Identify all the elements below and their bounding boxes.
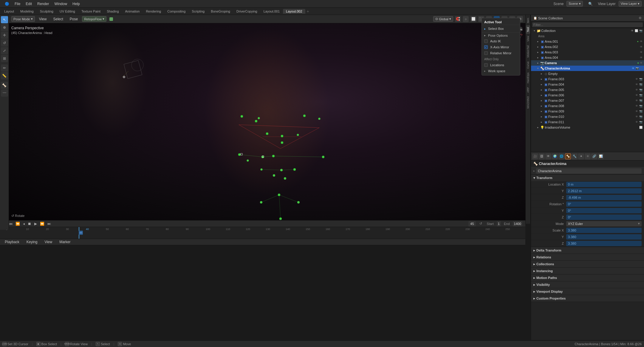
rotate-tool-button[interactable]: ↺ [1,39,8,47]
tab-rendering[interactable]: Rendering [143,9,164,14]
retopoflow-btn[interactable]: RetopoFlow ▾ [82,16,106,22]
viewport-display-header[interactable]: ▸ Viewport Display [531,288,644,295]
tree-item-characteranima[interactable]: ▾ 🦴 CharacterAnima 👁 📷 ⬡ [531,66,644,71]
side-tab-tool[interactable]: Tool [526,25,530,34]
proportional-toggle[interactable]: ○ [463,16,469,22]
tab-animation[interactable]: Animation [122,9,143,14]
f004-cam[interactable]: 📷 [639,83,643,86]
tree-item-frame008[interactable]: ▸ ▣ Frame.008 👁 📷 [531,103,644,109]
tree-item-frame011[interactable]: ▸ ▣ Frame.011 👁 📷 [531,119,644,125]
select-box-row[interactable]: ▸ Select Box [482,26,520,32]
collections-header[interactable]: ▸ Collections [531,261,644,267]
tree-item-empty[interactable]: ▸ ◇ Empty [531,71,644,76]
tree-item-frame005[interactable]: ▸ ▣ Frame.005 👁 📷 [531,87,644,92]
pose-options-row[interactable]: ▸ Pose Options [482,32,520,38]
prop-tab-particles[interactable]: ✦ [578,153,584,159]
irrad-restrict[interactable]: ⬜ [639,126,643,129]
relative-mirror-checkbox[interactable] [484,51,488,55]
f004-eye[interactable]: 👁 [635,83,638,86]
jump-end-button[interactable]: ⏭ [47,221,52,226]
f010-eye[interactable]: 👁 [635,115,638,118]
side-tab-item[interactable]: Item [526,16,530,25]
motion-paths-header[interactable]: ▸ Motion Paths [531,274,644,281]
loc-x-value[interactable]: 0 m [566,182,642,187]
menu-help[interactable]: Help [70,1,82,7]
tab-sculpting[interactable]: Sculpting [37,9,56,14]
select-menu[interactable]: Select [51,16,65,22]
tree-item-frame003[interactable]: ▸ ▣ Frame.003 👁 📷 [531,76,644,82]
prop-tab-output[interactable]: 🖼 [539,153,545,159]
step-forward-button[interactable]: ⏩ [39,221,45,226]
relax-button[interactable]: 〰 [1,90,8,97]
prop-tab-view[interactable]: 👁 [545,153,551,159]
locations-row[interactable]: Locations [482,62,520,68]
tab-bonegropping[interactable]: BoneGroping [208,9,233,14]
move-tool-button[interactable]: ✛ [1,32,8,39]
auto-ik-checkbox[interactable] [484,39,488,43]
tree-item-camera[interactable]: ▸ 📷 Camera ● 👁 [531,60,644,66]
prop-tab-render[interactable]: 🎥 [532,153,538,159]
loc-y-value[interactable]: 2.2612 m [566,188,642,194]
prop-tab-physics[interactable]: ⚛ [585,153,591,159]
rot-z-value[interactable]: 0° [566,215,642,220]
wireframe-shading[interactable]: ⬜ [470,16,476,22]
area004-eye[interactable]: 👁 [640,56,643,59]
outliner-filter-icon[interactable]: ⚙ [639,16,642,20]
pivot-dropdown[interactable]: ⊙ Global ▾ [433,16,453,22]
tree-item-area003[interactable]: ▸ ▣ Area.003 👁 [531,50,644,55]
mode-selector[interactable]: Pose Mode ▾ [11,16,35,22]
render-icon[interactable]: 📷 [639,29,643,32]
tab-modeling[interactable]: Modeling [17,9,37,14]
relations-header[interactable]: ▸ Relations [531,254,644,260]
f003-eye[interactable]: 👁 [635,78,638,81]
tab-layout[interactable]: Layout [1,9,17,14]
scale-z-value[interactable]: 3.380 [566,241,642,246]
tree-item-area004[interactable]: ▸ ▣ Area.004 👁 [531,55,644,60]
tree-item-area002[interactable]: ▸ ▣ Area.002 👁 [531,44,644,50]
loop-icon[interactable]: ↺ [479,222,482,226]
tab-layout002[interactable]: Layout.002 [283,9,305,14]
eye-icon[interactable]: 👁 [631,29,634,32]
stop-button[interactable]: ⏹ [27,221,32,226]
rot-x-value[interactable]: 0° [566,201,642,207]
select-tool-button[interactable]: ↖ [1,16,8,23]
area003-eye[interactable]: 👁 [640,51,643,54]
instancing-header[interactable]: ▸ Instancing [531,268,644,274]
view-layer-dropdown[interactable]: View Layer ▾ [619,1,642,7]
f006-eye[interactable]: 👁 [635,94,638,97]
f006-cam[interactable]: 📷 [639,94,643,97]
scale-y-value[interactable]: 3.380 [566,234,642,240]
f011-eye[interactable]: 👁 [635,121,638,124]
custom-props-header[interactable]: ▸ Custom Properties [531,295,644,302]
tree-item-frame006[interactable]: ▸ ▣ Frame.006 👁 📷 [531,92,644,98]
menu-blender[interactable]: 🔵 [2,1,12,7]
f007-eye[interactable]: 👁 [635,99,638,102]
side-tab-arp[interactable]: ARP [526,85,530,95]
snap-toggle[interactable]: 🧲 [455,16,461,22]
view-menu[interactable]: View [37,16,49,22]
timeline-body[interactable]: 0 10 20 30 40 50 60 70 80 90 100 110 120… [0,227,525,239]
step-back-button[interactable]: ⏪ [15,221,21,226]
search-icon[interactable]: 🔍 [586,1,595,7]
outliner-search-input[interactable] [532,22,643,27]
x-axis-mirror-row[interactable]: ✓ X-Axis Mirror [482,44,520,50]
tree-item-area001[interactable]: ▸ ▣ Area.001 ● 👁 [531,39,644,44]
tree-item-frame004[interactable]: ▸ ▣ Frame.004 👁 📷 [531,82,644,87]
keying-menu[interactable]: Keying [24,239,40,245]
side-tab-curve[interactable]: Curve [526,60,530,70]
side-tab-motiontail[interactable]: MotionTail [526,44,530,59]
f011-cam[interactable]: 📷 [639,121,643,124]
charanim-render[interactable]: 📷 [635,67,639,70]
playback-menu[interactable]: Playback [2,239,22,245]
tab-layout001[interactable]: Layout.001 [261,9,283,14]
tab-compositing[interactable]: Compositing [164,9,188,14]
prop-tab-modifier[interactable]: 🔧 [572,153,578,159]
area001-eye[interactable]: 👁 [640,40,643,43]
delta-transform-header[interactable]: ▸ Delta Transform [531,247,644,254]
area002-eye[interactable]: 👁 [640,45,643,48]
f005-cam[interactable]: 📷 [639,88,643,91]
relative-mirror-row[interactable]: Relative Mirror [482,50,520,56]
annotate-tool-button[interactable]: ✏ [1,64,8,72]
f003-cam[interactable]: 📷 [639,78,643,81]
view-timeline-menu[interactable]: View [42,239,55,245]
